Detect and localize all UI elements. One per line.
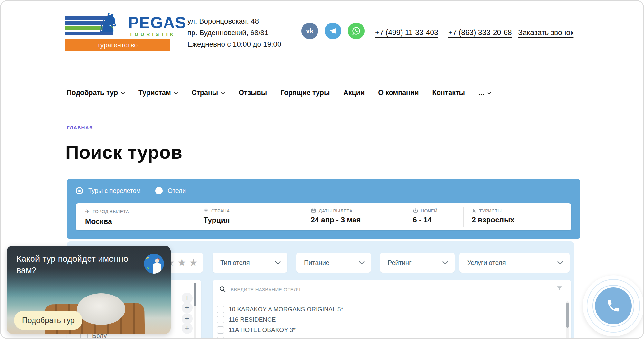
hotel-search-divider (217, 299, 567, 299)
hotel-name: 116 RESIDENCE (229, 316, 276, 323)
address-block: ул. Воронцовская, 48 пр. Буденновский, 6… (187, 15, 281, 50)
nights-value: 6 - 14 (413, 216, 437, 224)
logo-top: ♞ PEGAS TOURISTIK (65, 13, 170, 39)
chat-avatar: ✈ ✈ ✈ (144, 254, 164, 274)
checkbox-icon[interactable] (217, 306, 224, 313)
chevron-down-icon (121, 92, 125, 94)
chevron-down-icon (487, 92, 491, 94)
phone-secondary-link[interactable]: +7 (863) 333-20-68 (448, 28, 512, 37)
country-value: Турция (204, 216, 230, 225)
logo-tagline-bar: турагентство (65, 39, 170, 51)
chevron-down-icon (442, 261, 448, 264)
hotel-list-item[interactable]: 11A HOTEL OBAKOY 3* (217, 326, 296, 334)
tourists-value: 2 взрослых (472, 216, 514, 224)
whatsapp-glyph-icon (351, 26, 361, 36)
search-fields-bar: ✈ ГОРОД ВЫЛЕТА Москва СТРАНА Турция (76, 203, 571, 230)
hotel-search-row (213, 280, 571, 299)
callback-link[interactable]: Заказать звонок (518, 28, 573, 37)
filter-funnel-icon[interactable] (556, 285, 563, 292)
hotel-list-item[interactable]: 116 RESIDENCE (217, 316, 276, 323)
logo-tagline: турагентство (97, 41, 138, 49)
telegram-icon[interactable] (325, 23, 341, 39)
nav-item-akcii[interactable]: Акции (343, 89, 365, 97)
call-button[interactable] (595, 287, 632, 324)
call-fab[interactable] (583, 275, 644, 336)
nav-item-podobrat-tur[interactable]: Подобрать тур (67, 89, 125, 97)
dropdown-rating[interactable]: Рейтинг (380, 253, 455, 273)
expand-region-button[interactable]: + (182, 293, 193, 304)
avatar-person-head (155, 259, 159, 263)
plane-icon: ✈ (84, 208, 90, 215)
nav-item-otzyvy[interactable]: Отзывы (239, 89, 267, 97)
clock-icon (413, 208, 418, 213)
radio-checked-icon[interactable] (76, 187, 83, 194)
vk-icon[interactable]: vk (301, 23, 318, 39)
chevron-down-icon (557, 261, 563, 264)
page-title: Поиск туров (65, 141, 183, 163)
main-nav: Подобрать тур Туристам Страны Отзывы Гор… (67, 89, 491, 97)
chevron-down-icon (359, 261, 365, 264)
chat-pick-tour-button[interactable]: Подобрать тур (14, 311, 82, 330)
radio-hotels[interactable]: Отели (155, 187, 186, 194)
search-mode-row: Туры с перелетом Отели (76, 187, 186, 194)
field-departure-city[interactable]: ✈ ГОРОД ВЫЛЕТА Москва (85, 208, 129, 226)
hotel-list-item[interactable]: 10 KARAKOY A MORGANS ORIGINAL 5* (217, 306, 343, 313)
search-panel: Туры с перелетом Отели ✈ ГОРОД ВЫЛЕТА Мо… (67, 179, 580, 239)
hotel-list-panel: 10 KARAKOY A MORGANS ORIGINAL 5* 116 RES… (213, 280, 571, 339)
logo[interactable]: ♞ PEGAS TOURISTIK турагентство (65, 13, 170, 51)
checkbox-icon[interactable] (217, 337, 224, 339)
field-tourists[interactable]: ТУРИСТЫ 2 взрослых (472, 208, 514, 224)
hotel-scrollbar-thumb[interactable] (566, 303, 569, 328)
chevron-down-icon (221, 92, 225, 94)
hotel-list-item[interactable]: 1207 BOUTIQUE 3* (217, 337, 283, 339)
departure-city-value: Москва (85, 217, 129, 226)
chat-widget[interactable]: Какой тур подойдет именно вам? ✈ ✈ ✈ Под… (7, 246, 171, 334)
expand-region-button[interactable]: + (182, 323, 193, 334)
checkbox-icon[interactable] (217, 326, 224, 334)
person-icon (472, 208, 477, 213)
nav-item-strany[interactable]: Страны (192, 89, 225, 97)
search-icon (219, 286, 226, 293)
field-departure-dates[interactable]: ДАТЫ ВЫЛЕТА 24 апр - 3 мая (311, 208, 361, 224)
logo-brand-text: PEGAS (128, 14, 186, 32)
phone-primary-link[interactable]: +7 (499) 11-33-403 (375, 28, 438, 37)
nav-item-turistam[interactable]: Туристам (138, 89, 178, 97)
nav-item-more[interactable]: ... (478, 89, 491, 97)
checkbox-icon[interactable] (217, 316, 224, 323)
radio-unchecked-icon[interactable] (155, 187, 163, 194)
nav-item-kontakty[interactable]: Контакты (432, 89, 465, 97)
logo-subbrand-text: TOURISTIK (129, 32, 176, 37)
header-divider (45, 65, 601, 65)
hotel-name: 10 KARAKOY A MORGANS ORIGINAL 5* (229, 306, 343, 313)
radio-tours-with-flight[interactable]: Туры с перелетом (76, 187, 141, 194)
region-scrollbar-thumb[interactable] (194, 283, 196, 306)
pegasus-icon: ♞ (96, 9, 120, 36)
phone-icon (606, 298, 621, 313)
dropdown-hotel-services[interactable]: Услуги отеля (459, 253, 570, 273)
hotel-name: 11A HOTEL OBAKOY 3* (229, 326, 296, 334)
pegas-tour-search-page: ♞ PEGAS TOURISTIK турагентство ул. Ворон… (0, 0, 644, 339)
chevron-down-icon (275, 261, 281, 264)
calendar-icon (311, 208, 316, 213)
hotel-name-search-input[interactable] (231, 284, 569, 295)
telegram-plane-icon (329, 27, 337, 35)
field-nights[interactable]: НОЧЕЙ 6 - 14 (413, 208, 437, 224)
nav-item-o-kompanii[interactable]: О компании (378, 89, 419, 97)
star-icon[interactable]: ★ (177, 258, 186, 268)
dropdown-meal[interactable]: Питание (296, 253, 371, 273)
expand-region-button[interactable]: + (182, 302, 193, 313)
nav-item-goryashchie-tury[interactable]: Горящие туры (280, 89, 330, 97)
chevron-down-icon (174, 92, 178, 94)
chat-question: Какой тур подойдет именно вам? (16, 253, 129, 276)
address-line-2: пр. Буденновский, 68/81 (187, 27, 281, 39)
field-country[interactable]: СТРАНА Турция (204, 208, 230, 225)
dropdown-hotel-type[interactable]: Тип отеля (213, 253, 287, 273)
dates-value: 24 апр - 3 мая (311, 216, 361, 224)
work-hours: Ежедневно с 10:00 до 19:00 (187, 39, 281, 50)
address-line-1: ул. Воронцовская, 48 (187, 15, 281, 27)
expand-region-button[interactable]: + (182, 313, 193, 324)
pin-icon (204, 208, 209, 214)
breadcrumb[interactable]: ГЛАВНАЯ (67, 125, 93, 130)
whatsapp-icon[interactable] (348, 23, 365, 39)
star-icon[interactable]: ★ (189, 258, 198, 268)
